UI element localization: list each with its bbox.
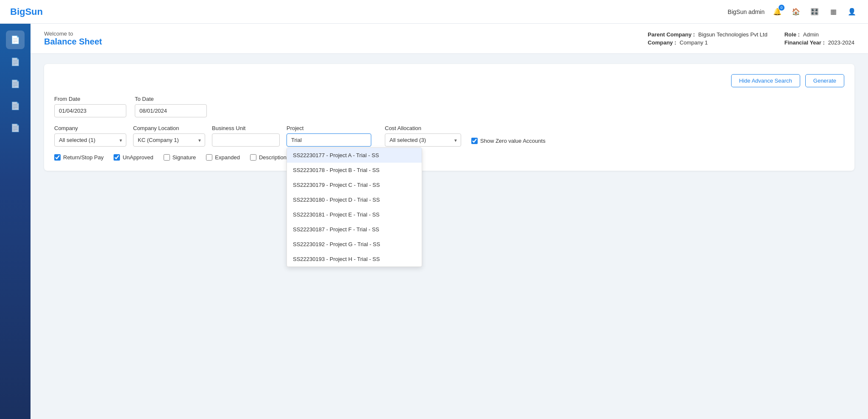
date-row: From Date To Date <box>54 96 844 117</box>
cost-allocation-wrapper: All selected (3) ▼ <box>385 133 461 147</box>
company-location-label: Company Location <box>133 125 205 131</box>
financial-year-label: Financial Year : <box>785 39 825 46</box>
sidebar-item-4[interactable]: 📄 <box>6 97 25 115</box>
sidebar-item-5[interactable]: 📄 <box>6 119 25 137</box>
project-dropdown-item-4[interactable]: SS22230181 - Project E - Trial - SS <box>287 207 422 222</box>
project-dropdown-item-6[interactable]: SS22230192 - Project G - Trial - SS <box>287 237 422 252</box>
page-title: Balance Sheet <box>44 37 102 47</box>
unapproved-item[interactable]: UnApproved <box>114 154 153 161</box>
page-header-left: Welcome to Balance Sheet <box>44 31 102 47</box>
dashboard-icon[interactable]: 🎛️ <box>809 6 821 18</box>
company-location-select[interactable]: KC (Company 1) <box>133 133 205 147</box>
generate-button[interactable]: Generate <box>805 74 844 87</box>
project-dropdown: SS22230177 - Project A - Trial - SS SS22… <box>287 147 422 267</box>
signature-label: Signature <box>172 154 196 161</box>
welcome-text: Welcome to <box>44 31 102 37</box>
notification-icon[interactable]: 🔔 0 <box>771 6 783 18</box>
hide-advance-search-button[interactable]: Hide Advance Search <box>731 74 800 87</box>
project-input[interactable] <box>287 133 371 147</box>
company-location-wrapper: KC (Company 1) ▼ <box>133 133 205 147</box>
top-nav: BigSun BigSun admin 🔔 0 🏠 🎛️ ▦ 👤 <box>0 0 868 24</box>
sidebar-item-3[interactable]: 📄 <box>6 75 25 93</box>
header-parent-company: Parent Company : Bigsun Technologies Pvt… <box>648 31 767 46</box>
signature-checkbox[interactable] <box>164 154 170 161</box>
to-date-input[interactable] <box>135 104 207 117</box>
user-icon[interactable]: 👤 <box>846 6 858 18</box>
description-label: Description <box>259 154 287 161</box>
nav-user-name: BigSun admin <box>728 8 765 15</box>
parent-company-value: Bigsun Technologies Pvt Ltd <box>698 31 768 38</box>
company-select-wrapper: All selected (1) ▼ <box>54 133 126 147</box>
show-zero-value-group: Show Zero value Accounts <box>471 138 545 147</box>
filters-row: Company All selected (1) ▼ Company Locat… <box>54 125 844 147</box>
cost-allocation-label: Cost Allocation <box>385 125 461 131</box>
nav-right: BigSun admin 🔔 0 🏠 🎛️ ▦ 👤 <box>728 6 858 18</box>
expanded-label: Expanded <box>215 154 240 161</box>
sidebar-item-2[interactable]: 📄 <box>6 53 25 71</box>
checkboxes-row: Return/Stop Pay UnApproved Signature Exp… <box>54 154 844 161</box>
business-unit-input[interactable] <box>212 133 280 147</box>
from-date-group: From Date <box>54 96 126 117</box>
to-date-label: To Date <box>135 96 207 102</box>
show-zero-value-label[interactable]: Show Zero value Accounts <box>480 138 545 144</box>
business-unit-label: Business Unit <box>212 125 280 131</box>
project-dropdown-item-3[interactable]: SS22230180 - Project D - Trial - SS <box>287 192 422 207</box>
from-date-label: From Date <box>54 96 126 102</box>
company-label: Company : <box>648 39 676 46</box>
unapproved-label: UnApproved <box>122 154 153 161</box>
description-checkbox[interactable] <box>250 154 256 161</box>
return-stop-pay-checkbox[interactable] <box>54 154 61 161</box>
company-group: Company All selected (1) ▼ <box>54 125 126 147</box>
page-header: Welcome to Balance Sheet Parent Company … <box>31 24 868 54</box>
expanded-item[interactable]: Expanded <box>206 154 240 161</box>
project-dropdown-item-0[interactable]: SS22230177 - Project A - Trial - SS <box>287 148 422 163</box>
header-info-group: Parent Company : Bigsun Technologies Pvt… <box>648 31 854 46</box>
grid-icon[interactable]: ▦ <box>827 6 839 18</box>
company-select-label: Company <box>54 125 126 131</box>
return-stop-pay-item[interactable]: Return/Stop Pay <box>54 154 103 161</box>
page-header-right: Parent Company : Bigsun Technologies Pvt… <box>648 31 854 46</box>
project-dropdown-item-1[interactable]: SS22230178 - Project B - Trial - SS <box>287 163 422 178</box>
project-dropdown-item-2[interactable]: SS22230179 - Project C - Trial - SS <box>287 178 422 192</box>
return-stop-pay-label: Return/Stop Pay <box>63 154 103 161</box>
role-label: Role : <box>785 31 800 38</box>
signature-item[interactable]: Signature <box>164 154 196 161</box>
cost-allocation-select[interactable]: All selected (3) <box>385 133 461 147</box>
panel-actions: Hide Advance Search Generate <box>54 74 844 87</box>
show-zero-value-checkbox[interactable] <box>471 138 478 144</box>
company-select[interactable]: All selected (1) <box>54 133 126 147</box>
project-group: Project SS22230177 - Project A - Trial -… <box>287 125 371 147</box>
role-value: Admin <box>803 31 819 38</box>
home-icon[interactable]: 🏠 <box>790 6 802 18</box>
project-label: Project <box>287 125 371 131</box>
content-area: Hide Advance Search Generate From Date T… <box>31 54 868 181</box>
main-content: Welcome to Balance Sheet Parent Company … <box>31 24 868 419</box>
expanded-checkbox[interactable] <box>206 154 212 161</box>
project-dropdown-item-5[interactable]: SS22230187 - Project F - Trial - SS <box>287 222 422 237</box>
description-item[interactable]: Description <box>250 154 287 161</box>
company-value: Company 1 <box>680 39 708 46</box>
notification-badge: 0 <box>779 5 785 11</box>
unapproved-checkbox[interactable] <box>114 154 120 161</box>
to-date-group: To Date <box>135 96 207 117</box>
project-dropdown-item-7[interactable]: SS22230193 - Project H - Trial - SS <box>287 252 422 266</box>
app-logo: BigSun <box>10 6 43 17</box>
sidebar: 📄 📄 📄 📄 📄 <box>0 24 31 419</box>
company-location-group: Company Location KC (Company 1) ▼ <box>133 125 205 147</box>
header-role: Role : Admin Financial Year : 2023-2024 <box>785 31 854 46</box>
parent-company-label: Parent Company : <box>648 31 695 38</box>
business-unit-group: Business Unit <box>212 125 280 147</box>
from-date-input[interactable] <box>54 104 126 117</box>
financial-year-value: 2023-2024 <box>828 39 854 46</box>
sidebar-item-1[interactable]: 📄 <box>6 31 25 49</box>
cost-allocation-group: Cost Allocation All selected (3) ▼ <box>385 125 461 147</box>
search-panel: Hide Advance Search Generate From Date T… <box>44 64 854 171</box>
main-layout: 📄 📄 📄 📄 📄 Welcome to Balance Sheet Paren… <box>0 24 868 419</box>
